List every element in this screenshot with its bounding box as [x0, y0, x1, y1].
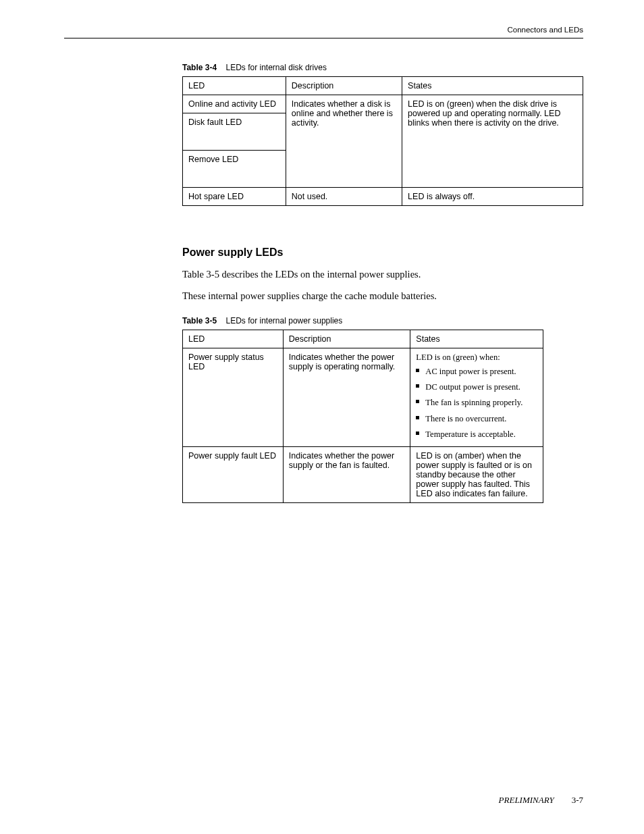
- table-3-4-caption: Table 3-4 LEDs for internal disk drives: [182, 63, 583, 72]
- header-running-title: Connectors and LEDs: [507, 26, 583, 34]
- table-row: Indicates whether a disk is online and w…: [286, 95, 402, 188]
- page-footer: PRELIMINARY 3-7: [499, 795, 583, 806]
- states-lead-text: LED is on (green) when:: [416, 353, 537, 363]
- table-3-5-header-led: LED: [183, 330, 284, 348]
- table-row: LED is on (amber) when the power supply …: [410, 446, 543, 502]
- section-heading: Power supply LEDs: [182, 246, 583, 259]
- table-3-4-caption-text: LEDs for internal disk drives: [226, 63, 327, 72]
- table-row: LED is always off.: [402, 188, 583, 206]
- list-item: Temperature is acceptable.: [416, 427, 537, 442]
- table-row: Indicates whether the power supply is op…: [283, 348, 410, 447]
- table-3-4-header-states: States: [402, 77, 583, 95]
- table-row: Online and activity LED: [183, 95, 286, 113]
- table-row: Indicates whether the power supply or th…: [283, 446, 410, 502]
- table-3-4-header-led: LED: [183, 77, 286, 95]
- table-row: Disk fault LED: [183, 113, 286, 151]
- section-paragraph: These internal power supplies charge the…: [182, 290, 583, 303]
- table-row: Hot spare LED: [183, 188, 286, 206]
- states-list: AC input power is present. DC output pow…: [416, 364, 537, 442]
- list-item: There is no overcurrent.: [416, 411, 537, 427]
- table-3-4-block: Table 3-4 LEDs for internal disk drives …: [182, 63, 583, 206]
- section-paragraph: Table 3-5 describes the LEDs on the inte…: [182, 268, 583, 282]
- list-item: DC output power is present.: [416, 380, 537, 395]
- table-3-5-header-desc: Description: [283, 330, 410, 348]
- table-3-5: LED Description States Power supply stat…: [182, 330, 543, 503]
- footer-page-number: 3-7: [572, 795, 583, 805]
- table-3-4-header-desc: Description: [286, 77, 402, 95]
- table-3-5-caption-label: Table 3-5: [182, 316, 217, 325]
- table-3-5-block: Table 3-5 LEDs for internal power suppli…: [182, 316, 583, 503]
- section-power-supply-leds: Power supply LEDs Table 3-5 describes th…: [182, 246, 583, 303]
- table-row: LED is on (green) when: AC input power i…: [410, 348, 543, 447]
- table-row: Power supply fault LED: [183, 446, 284, 502]
- table-3-4-caption-label: Table 3-4: [182, 63, 217, 72]
- table-3-4: LED Description States Online and activi…: [182, 76, 583, 206]
- list-item: AC input power is present.: [416, 364, 537, 380]
- table-row: Remove LED: [183, 151, 286, 188]
- list-item: The fan is spinning properly.: [416, 395, 537, 411]
- table-3-5-caption: Table 3-5 LEDs for internal power suppli…: [182, 316, 583, 325]
- table-3-5-header-states: States: [410, 330, 543, 348]
- footer-label: PRELIMINARY: [499, 795, 554, 805]
- table-row: Power supply status LED: [183, 348, 284, 447]
- table-3-5-caption-text: LEDs for internal power supplies: [226, 316, 343, 325]
- table-row: LED is on (green) when the disk drive is…: [402, 95, 583, 188]
- table-row: Not used.: [286, 188, 402, 206]
- page-header: Connectors and LEDs: [64, 26, 583, 38]
